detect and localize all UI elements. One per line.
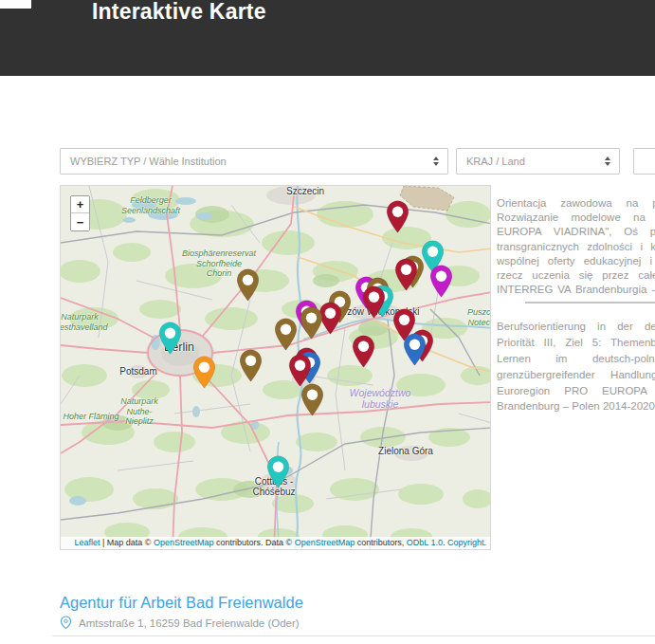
map-marker-olive[interactable] bbox=[300, 306, 323, 340]
map-marker-orange[interactable] bbox=[192, 356, 216, 389]
german-text-line: grenzübergreifender Handlungsansä bbox=[497, 367, 655, 383]
attribution-link[interactable]: OpenStreetMap bbox=[295, 538, 355, 547]
attribution-link[interactable]: ODbL 1.0 bbox=[407, 538, 443, 547]
location-pin-icon bbox=[60, 616, 72, 630]
polish-text-line: EUROPA VIADRINA", Oś prioryte bbox=[497, 225, 655, 239]
polish-text-line: wspólnej oferty edukacyjnej i kszta bbox=[497, 254, 655, 268]
polish-text-line: Rozwiązanie modelowe na przykł bbox=[497, 211, 655, 225]
attribution-link[interactable]: OpenStreetMap bbox=[154, 538, 214, 547]
listing-address: Amtsstraße 1, 16259 Bad Freienwalde (Ode… bbox=[79, 617, 300, 629]
listing-address-row: Amtsstraße 1, 16259 Bad Freienwalde (Ode… bbox=[60, 616, 300, 630]
attribution-text: | Map data © bbox=[100, 538, 154, 547]
panel-divider bbox=[525, 302, 655, 304]
map-marker-red[interactable] bbox=[394, 258, 418, 291]
zoom-out-button[interactable]: − bbox=[71, 213, 89, 230]
map-marker-magenta[interactable] bbox=[429, 265, 453, 298]
listing-title-link[interactable]: Agentur für Arbeit Bad Freienwalde bbox=[60, 594, 303, 612]
map-marker-red[interactable] bbox=[352, 335, 375, 368]
german-text-line: Lernen im deutsch-polnischen bbox=[497, 351, 655, 367]
attribution-text: contributors, bbox=[355, 538, 407, 547]
german-text-line: Euroregion PRO EUROPA VIAD bbox=[497, 383, 655, 399]
map-marker-red[interactable] bbox=[362, 285, 386, 319]
polish-text-line: Orientacja zawodowa na pogran bbox=[497, 196, 655, 211]
zoom-control: + − bbox=[70, 195, 90, 231]
attribution-link[interactable]: Copyright bbox=[447, 538, 484, 547]
map-marker-olive[interactable] bbox=[274, 318, 298, 351]
map-marker-olive[interactable] bbox=[236, 268, 260, 302]
polish-text-line: INTERREG VA Brandenburgia - Polsk bbox=[497, 283, 655, 297]
german-text-line: Brandenburg – Polen 2014-2020 bbox=[497, 398, 655, 414]
info-panel: Orientacja zawodowa na pogranRozwiązanie… bbox=[497, 196, 655, 414]
third-select[interactable] bbox=[633, 148, 655, 175]
map-attribution: Leaflet | Map data © OpenStreetMap contr… bbox=[61, 537, 490, 549]
map-marker-olive[interactable] bbox=[300, 383, 324, 416]
header: Interaktive Karte bbox=[0, 0, 655, 76]
institution-type-select-value: WYBIERZ TYP / Wähle Institution bbox=[70, 156, 227, 167]
map-marker-teal[interactable] bbox=[158, 322, 182, 355]
polish-description: Orientacja zawodowa na pogranRozwiązanie… bbox=[497, 196, 655, 297]
attribution-link[interactable]: Leaflet bbox=[74, 538, 100, 547]
country-select-value: KRAJ / Land bbox=[466, 156, 525, 167]
attribution-text: . bbox=[483, 538, 486, 547]
interactive-map[interactable]: SzczecinFeldberger SeenlandschaftBiosphä… bbox=[60, 185, 491, 550]
german-text-line: Berufsorientierung in der deutsch- bbox=[497, 319, 655, 335]
polish-text-line: transgranicznych zdolności i kompet bbox=[497, 240, 655, 254]
map-marker-blue[interactable] bbox=[403, 333, 427, 366]
page-title: Interaktive Karte bbox=[92, 0, 655, 26]
select-updown-icon bbox=[605, 156, 610, 166]
institution-type-select[interactable]: WYBIERZ TYP / Wähle Institution bbox=[60, 148, 448, 175]
map-marker-teal[interactable] bbox=[266, 455, 290, 488]
german-description: Berufsorientierung in der deutsch-Priori… bbox=[497, 319, 655, 414]
map-markers-layer bbox=[61, 186, 490, 549]
listing-divider bbox=[52, 635, 655, 636]
page-corner bbox=[0, 0, 31, 9]
map-marker-red[interactable] bbox=[288, 354, 312, 387]
map-marker-olive[interactable] bbox=[239, 349, 263, 382]
zoom-in-button[interactable]: + bbox=[71, 196, 89, 213]
polish-text-line: rzecz uczenia się przez całe życi bbox=[497, 268, 655, 283]
attribution-text: contributors. Data © bbox=[213, 538, 294, 547]
german-text-line: Priorität III, Ziel 5: Themenbereich bbox=[497, 335, 655, 351]
select-updown-icon bbox=[433, 156, 439, 166]
country-select[interactable]: KRAJ / Land bbox=[456, 148, 620, 175]
map-marker-red[interactable] bbox=[386, 200, 409, 233]
